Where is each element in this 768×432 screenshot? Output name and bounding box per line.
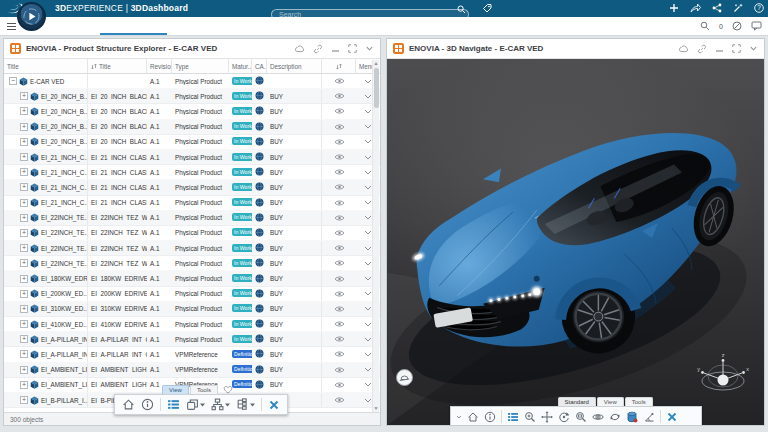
caret-down-icon[interactable] <box>200 403 205 407</box>
eye-icon[interactable] <box>334 214 345 222</box>
list-view-icon[interactable] <box>507 411 519 423</box>
ambience-button[interactable] <box>396 369 413 386</box>
open-structure-icon[interactable] <box>236 398 249 411</box>
caret-down-icon[interactable] <box>250 403 255 407</box>
cloud-icon[interactable] <box>294 44 305 53</box>
tab-tools[interactable]: Tools <box>190 385 218 394</box>
table-row[interactable]: + EI_22INCH_TE... EI_22INCH_TEZ_WHE... A… <box>4 226 380 241</box>
wand-icon[interactable] <box>733 3 743 13</box>
turntable-icon[interactable] <box>609 411 621 423</box>
expand-toggle[interactable]: + <box>20 138 28 146</box>
expand-toggle[interactable]: + <box>20 259 28 267</box>
eye-icon[interactable] <box>334 153 345 161</box>
scroll-down-arrow[interactable]: ▼ <box>373 405 379 412</box>
close-toolbar-icon[interactable] <box>268 399 280 411</box>
table-row[interactable]: + EI_200KW_ED... EI_200KW_EDRIVE_R... A.… <box>4 287 380 302</box>
link-icon[interactable] <box>313 44 323 54</box>
table-row[interactable]: + EI_410KW_ED... EI_410KW_EDRIVE_F... A.… <box>4 317 380 332</box>
row-menu-chevron-icon[interactable] <box>364 276 372 281</box>
table-row[interactable]: + EI_20_INCH_B... EI_20_INCH_BLACKA... A… <box>4 89 380 104</box>
caret-down-icon[interactable] <box>225 403 230 407</box>
widget-chevron-down-icon[interactable] <box>365 45 374 52</box>
table-row[interactable]: − E-CAR VED A.1 Physical Product In Work <box>4 74 380 89</box>
eye-icon[interactable] <box>334 138 345 146</box>
col-type[interactable]: Type <box>172 59 229 73</box>
expand-toggle[interactable]: − <box>9 77 17 85</box>
expand-toggle[interactable]: + <box>20 92 28 100</box>
expand-toggle[interactable]: + <box>20 290 28 298</box>
widget-chevron-down-icon[interactable] <box>749 45 758 52</box>
search-people-icon[interactable] <box>700 21 710 31</box>
eye-icon[interactable] <box>334 183 345 191</box>
org-chart-icon[interactable] <box>211 398 224 411</box>
row-menu-chevron-icon[interactable] <box>364 261 372 266</box>
eye-icon[interactable] <box>334 381 345 389</box>
col-ca[interactable]: CA... <box>252 59 267 73</box>
row-menu-chevron-icon[interactable] <box>364 185 372 190</box>
eye-icon[interactable] <box>334 290 345 298</box>
expand-toggle[interactable]: + <box>20 183 28 191</box>
table-row[interactable]: + EI_22INCH_TE... EI_22INCH_TEZ_WHE... A… <box>4 241 380 256</box>
row-menu-chevron-icon[interactable] <box>364 124 372 129</box>
row-menu-chevron-icon[interactable] <box>364 230 372 235</box>
expand-toggle[interactable]: + <box>20 199 28 207</box>
list-view-icon[interactable] <box>167 398 180 411</box>
help-icon[interactable]: ? <box>754 3 764 13</box>
eye-icon[interactable] <box>334 366 345 374</box>
eye-icon[interactable] <box>334 77 345 85</box>
row-menu-chevron-icon[interactable] <box>364 398 372 403</box>
table-row[interactable]: + EI_22INCH_TE... EI_22INCH_TEZ_WHE... A… <box>4 256 380 271</box>
eye-icon[interactable] <box>334 305 345 313</box>
row-menu-chevron-icon[interactable] <box>364 306 372 311</box>
table-row[interactable]: + EI_21_INCH_C... EI_21_INCH_CLASSIC... … <box>4 180 380 195</box>
table-row[interactable]: + EI_21_INCH_C... EI_21_INCH_CLASSIC... … <box>4 165 380 180</box>
row-menu-chevron-icon[interactable] <box>364 322 372 327</box>
table-row[interactable]: + EI_21_INCH_C... EI_21_INCH_CLASSIC... … <box>4 196 380 211</box>
table-row[interactable]: + EI_20_INCH_B... EI_20_INCH_BLACKA... A… <box>4 135 380 150</box>
expand-toggle[interactable]: + <box>20 396 28 404</box>
maximize-icon[interactable] <box>348 44 357 53</box>
table-row[interactable]: + EI_21_INCH_C... EI_21_INCH_CLASSIC... … <box>4 150 380 165</box>
col-title[interactable]: Title <box>4 59 88 73</box>
expand-toggle[interactable]: + <box>20 229 28 237</box>
tab-tools[interactable]: Tools <box>625 397 653 406</box>
close-toolbar-icon[interactable] <box>666 411 678 423</box>
tab-view[interactable]: View <box>162 385 189 394</box>
table-row[interactable]: + EI_AMBIENT_LI... EI_AMBIENT_LIGHT_H...… <box>4 363 380 378</box>
eye-icon[interactable] <box>334 275 345 283</box>
row-menu-chevron-icon[interactable] <box>364 155 372 160</box>
search-icon[interactable] <box>457 5 466 14</box>
table-row[interactable]: + EI_22INCH_TE... EI_22INCH_TEZ_WHE... A… <box>4 211 380 226</box>
tag-icon[interactable] <box>482 3 492 14</box>
expand-toggle[interactable]: + <box>20 381 28 389</box>
measure-icon[interactable] <box>643 411 655 423</box>
info-icon[interactable] <box>141 398 154 411</box>
add-icon[interactable] <box>669 3 679 13</box>
row-menu-chevron-icon[interactable] <box>364 94 372 99</box>
cloud-icon[interactable] <box>678 44 689 53</box>
row-menu-chevron-icon[interactable] <box>364 109 372 114</box>
eye-icon[interactable] <box>334 107 345 115</box>
eye-icon[interactable] <box>334 244 345 252</box>
share-network-icon[interactable] <box>712 3 722 13</box>
expand-toggle[interactable]: + <box>20 275 28 283</box>
eye-icon[interactable] <box>334 320 345 328</box>
database-icon[interactable] <box>626 411 638 423</box>
rotate-icon[interactable] <box>558 411 570 423</box>
expand-toggle[interactable]: + <box>20 107 28 115</box>
info-icon[interactable] <box>484 411 496 423</box>
row-menu-chevron-icon[interactable] <box>364 79 372 84</box>
eye-icon[interactable] <box>334 168 345 176</box>
row-menu-chevron-icon[interactable] <box>364 367 372 372</box>
table-row[interactable]: + EI_A-PILLAR_IN... EI_A-PILLAR_INT_COV.… <box>4 332 380 347</box>
row-menu-chevron-icon[interactable] <box>364 215 372 220</box>
col-revision[interactable]: Revision <box>147 59 172 73</box>
home-icon[interactable] <box>122 398 135 411</box>
eye-icon[interactable] <box>334 350 345 358</box>
expand-toggle[interactable]: + <box>20 153 28 161</box>
expand-toggle[interactable]: + <box>20 335 28 343</box>
eye-icon[interactable] <box>334 199 345 207</box>
expand-toggle[interactable]: + <box>20 305 28 313</box>
scroll-up-arrow[interactable]: ▲ <box>373 60 379 67</box>
row-menu-chevron-icon[interactable] <box>364 382 372 387</box>
